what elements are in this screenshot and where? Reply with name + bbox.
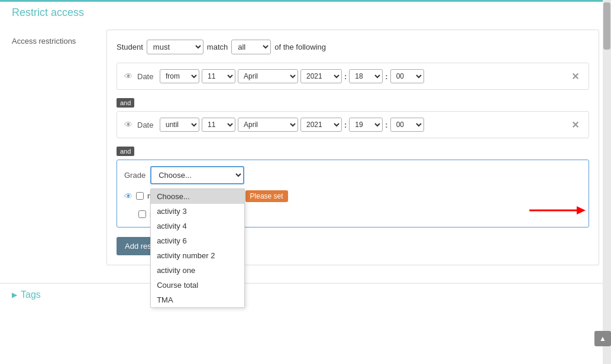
dropdown-item-activity3[interactable]: activity 3 xyxy=(151,204,244,219)
restrictions-col: Student must must not match all any of t… xyxy=(106,30,599,265)
from-select-1[interactable]: from until xyxy=(160,69,199,83)
access-restrictions-label: Access restrictions xyxy=(12,30,106,265)
eye-icon-grade[interactable]: 👁 xyxy=(124,191,132,201)
remove-date-2-button[interactable]: ✕ xyxy=(569,119,581,131)
dropdown-item-coursetotal[interactable]: Course total xyxy=(151,278,244,292)
dropdown-item-activitynumber2[interactable]: activity number 2 xyxy=(151,248,244,263)
dropdown-item-activity4[interactable]: activity 4 xyxy=(151,219,244,233)
tags-header[interactable]: ▶ Tags xyxy=(12,290,599,300)
grade-block: Grade Choose... activity 3 activity 4 ac… xyxy=(117,160,589,228)
time-colon-3: : xyxy=(344,121,347,129)
date-selects-2: from until 11 JanuaryFebruaryMarch April… xyxy=(160,118,424,132)
must-select[interactable]: must must not xyxy=(147,40,203,54)
student-row: Student must must not match all any of t… xyxy=(117,40,589,54)
tags-chevron-icon: ▶ xyxy=(12,291,17,299)
page-title: Restrict access xyxy=(12,6,599,19)
grade-select[interactable]: Choose... activity 3 activity 4 activity… xyxy=(150,166,244,184)
date-block-1: 👁 Date from until 11 JanuaryFebruaryMarc… xyxy=(117,63,589,90)
tags-section: ▶ Tags xyxy=(0,283,611,306)
please-set-button[interactable]: Please set xyxy=(245,190,288,202)
time-colon-4: : xyxy=(385,121,387,129)
dropdown-item-activity6[interactable]: activity 6 xyxy=(151,233,244,248)
grade-label: Grade xyxy=(124,171,146,180)
month-select-1[interactable]: JanuaryFebruaryMarch AprilMayJune JulyAu… xyxy=(238,69,298,83)
date-row-1: 👁 Date from until 11 JanuaryFebruaryMarc… xyxy=(124,69,581,83)
dropdown-item-choose[interactable]: Choose... xyxy=(151,189,244,204)
grade-select-wrapper: Choose... activity 3 activity 4 activity… xyxy=(150,166,244,184)
eye-icon-1[interactable]: 👁 xyxy=(124,72,132,81)
year-select-2[interactable]: 202020212022 xyxy=(300,118,342,132)
day-select-1[interactable]: 11 xyxy=(202,69,235,83)
match-label: match xyxy=(207,43,228,51)
dropdown-item-activityone[interactable]: activity one xyxy=(151,263,244,278)
restrict-access-header: Restrict access xyxy=(0,0,611,24)
from-select-2[interactable]: from until xyxy=(160,118,199,132)
student-label: Student xyxy=(117,43,143,51)
tags-title: Tags xyxy=(21,290,41,300)
main-content: Access restrictions Student must must no… xyxy=(0,24,611,271)
minute-select-2[interactable]: 00 xyxy=(390,118,424,132)
time-colon-1: : xyxy=(344,72,347,81)
month-select-2[interactable]: JanuaryFebruaryMarch AprilMayJune JulyAu… xyxy=(238,118,298,132)
year-select-1[interactable]: 202020212022 xyxy=(300,69,342,83)
scrollbar-thumb[interactable] xyxy=(603,2,610,50)
grade-select-row: Grade Choose... activity 3 activity 4 ac… xyxy=(124,166,581,184)
eye-icon-2[interactable]: 👁 xyxy=(124,120,132,129)
dropdown-item-tma[interactable]: TMA xyxy=(151,292,244,307)
and-badge-1: and xyxy=(117,95,589,111)
date-label-2: Date xyxy=(137,121,155,129)
time-colon-2: : xyxy=(385,72,387,81)
date-row-2: 👁 Date from until 11 JanuaryFebruaryMarc… xyxy=(124,118,581,132)
hour-select-1[interactable]: 18 xyxy=(349,69,383,83)
of-following-label: of the following xyxy=(274,43,326,51)
minute-select-1[interactable]: 00 xyxy=(390,69,424,83)
remove-date-1-button[interactable]: ✕ xyxy=(569,71,581,82)
right-scrollbar xyxy=(603,0,611,364)
date-block-2: 👁 Date from until 11 JanuaryFebruaryMarc… xyxy=(117,111,589,138)
hour-select-2[interactable]: 19 xyxy=(349,118,383,132)
must-be-lt-checkbox[interactable] xyxy=(138,210,146,218)
date-label-1: Date xyxy=(137,72,155,81)
date-selects-1: from until 11 JanuaryFebruaryMarch April… xyxy=(160,69,424,83)
day-select-2[interactable]: 11 xyxy=(202,118,235,132)
and-badge-2: and xyxy=(117,143,589,160)
scroll-to-top-button[interactable]: ▲ xyxy=(594,331,611,346)
page-wrapper: Restrict access Access restrictions Stud… xyxy=(0,0,611,364)
all-select[interactable]: all any xyxy=(231,40,271,54)
must-be-gte-checkbox[interactable] xyxy=(136,192,144,200)
grade-dropdown-overlay: Choose... activity 3 activity 4 activity… xyxy=(150,188,245,308)
